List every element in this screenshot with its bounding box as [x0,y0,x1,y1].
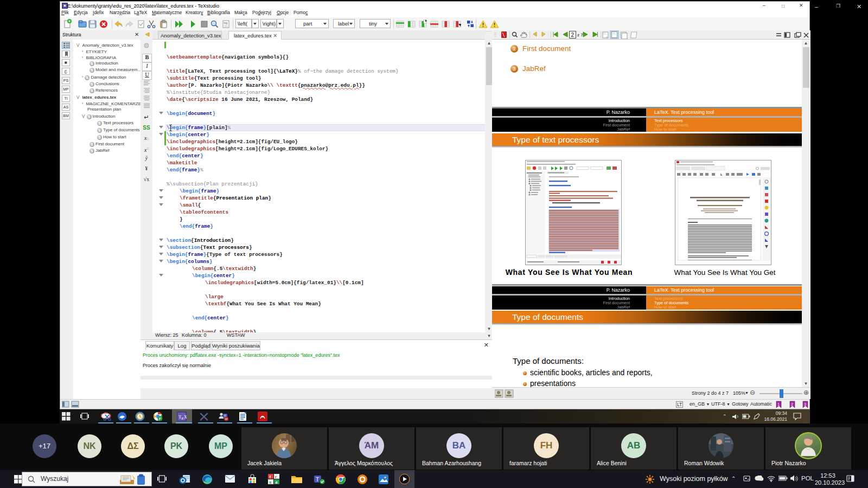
svg-text:1: 1 [777,402,780,406]
svg-text:s: s [269,480,272,485]
svg-text:e: e [276,480,278,485]
svg-text:2: 2 [571,32,575,38]
svg-text:T: T [316,477,319,483]
svg-text:log: log [224,21,228,24]
svg-text:z 7: z 7 [577,33,583,37]
svg-text:r: r [275,474,277,479]
svg-text:2: 2 [791,402,793,406]
svg-text:3: 3 [804,402,806,406]
svg-text:P: P [159,417,161,421]
svg-text:f: f [270,474,271,479]
